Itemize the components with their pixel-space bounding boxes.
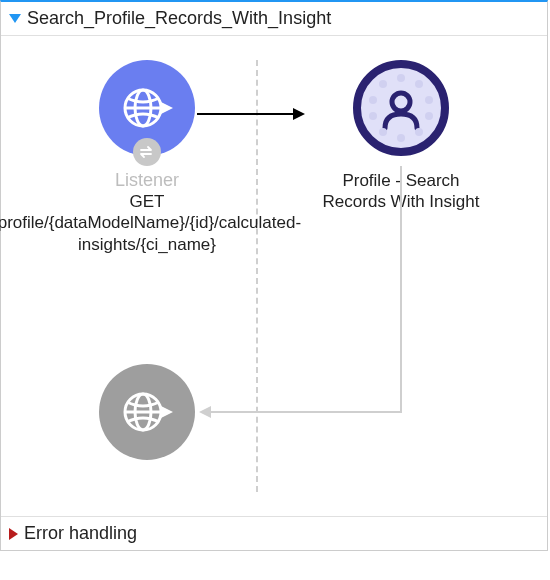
collapse-icon [9,528,18,540]
svg-point-10 [415,128,423,136]
profile-circle [353,60,449,156]
svg-point-12 [379,128,387,136]
response-circle [99,364,195,460]
error-header[interactable]: Error handling [1,516,547,550]
listener-node[interactable]: Listener GET /profile/{dataModelName}/{i… [57,60,237,255]
response-node[interactable] [57,364,237,460]
profile-node[interactable]: Profile - Search Records With Insight [311,60,491,213]
svg-point-14 [369,96,377,104]
globe-arrow-icon [119,384,175,440]
svg-point-6 [397,74,405,82]
svg-point-9 [425,112,433,120]
svg-point-15 [379,80,387,88]
error-title: Error handling [24,523,137,544]
svg-marker-3 [161,102,173,114]
svg-point-8 [425,96,433,104]
flow-header[interactable]: Search_Profile_Records_With_Insight [1,2,547,36]
listener-label: Listener [115,170,179,191]
flow-title: Search_Profile_Records_With_Insight [27,8,331,29]
svg-marker-20 [161,406,173,418]
svg-point-7 [415,80,423,88]
listener-path: GET /profile/{dataModelName}/{id}/calcul… [0,191,305,255]
flow-canvas[interactable]: Listener GET /profile/{dataModelName}/{i… [1,36,547,516]
flow-panel: Search_Profile_Records_With_Insight [0,0,548,551]
profile-label: Profile - Search Records With Insight [311,170,491,213]
listener-circle [99,60,195,156]
dots-ring-icon [361,68,441,148]
svg-marker-5 [293,108,305,120]
svg-point-13 [369,112,377,120]
swap-icon [133,138,161,166]
expand-icon [9,14,21,23]
globe-arrow-icon [119,80,175,136]
scope-divider [256,60,258,492]
svg-point-11 [397,134,405,142]
